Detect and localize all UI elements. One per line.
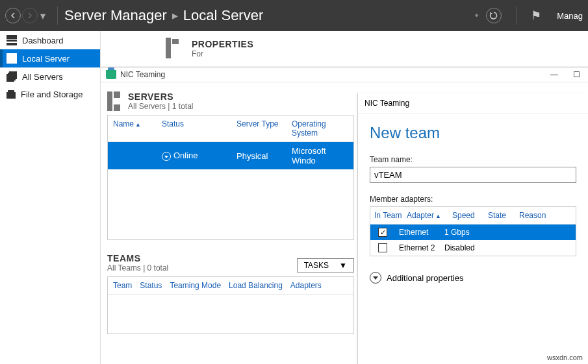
breadcrumb-current[interactable]: Local Server [183, 7, 264, 24]
minimize-button[interactable]: — [548, 70, 561, 79]
nic-teaming-window: NIC Teaming — ☐ SERVERS All Servers | 1 … [101, 67, 588, 364]
nav-history-dropdown[interactable]: ▾ [40, 10, 45, 22]
refresh-button[interactable] [486, 8, 502, 23]
sidebar-item-label: Local Server [22, 54, 70, 64]
servers-section: SERVERS All Servers | 1 total Name▲ Stat… [107, 91, 354, 240]
breadcrumb: Server Manager ▸ Local Server [64, 7, 475, 24]
dashboard-icon [6, 35, 17, 45]
team-name-input[interactable] [370, 167, 576, 183]
window-titlebar: NIC Teaming — ☐ [101, 67, 588, 82]
nic-teaming-icon [106, 70, 116, 79]
maximize-button[interactable]: ☐ [570, 70, 583, 79]
app-header: ▾ Server Manager ▸ Local Server • ⚑ Mana… [0, 0, 588, 31]
divider [57, 6, 58, 25]
cell-adapter-name: Ethernet 2 [399, 243, 444, 252]
servers-section-icon [107, 91, 121, 111]
properties-icon [166, 38, 179, 58]
nav-forward-button[interactable] [22, 8, 38, 23]
cell-adapter-name: Ethernet [399, 228, 444, 237]
servers-subtitle: All Servers | 1 total [128, 102, 194, 111]
col-reason[interactable]: Reason [519, 211, 572, 220]
col-state[interactable]: State [488, 211, 519, 220]
sidebar-item-dashboard[interactable]: Dashboard [0, 31, 100, 49]
col-in-team[interactable]: In Team [374, 211, 407, 220]
server-icon [6, 53, 17, 64]
adapter-checkbox[interactable] [378, 243, 387, 252]
team-name-label: Team name: [370, 155, 576, 164]
col-speed[interactable]: Speed [452, 211, 488, 220]
flag-icon[interactable]: ⚑ [531, 8, 541, 23]
teams-table: Team Status Teaming Mode Load Balancing … [107, 276, 354, 334]
sidebar-item-label: All Servers [22, 72, 63, 82]
col-status[interactable]: Status [140, 281, 162, 290]
adapter-row[interactable]: Ethernet 1 Gbps [370, 224, 576, 240]
cell-adapter-speed: Disabled [444, 243, 490, 252]
nav-back-button[interactable] [5, 8, 21, 23]
server-row[interactable]: Online Physical Microsoft Windo [108, 142, 353, 169]
col-team[interactable]: Team [113, 281, 132, 290]
properties-panel: PROPERTIES For [101, 31, 588, 67]
manage-menu[interactable]: Manag [557, 11, 583, 21]
col-name[interactable]: Name▲ [113, 119, 162, 138]
cell-os: Microsoft Windo [292, 146, 348, 165]
col-teaming-mode[interactable]: Teaming Mode [170, 281, 221, 290]
member-adapters-label: Member adapters: [370, 195, 576, 204]
breadcrumb-root[interactable]: Server Manager [64, 7, 167, 24]
sidebar-item-file-storage[interactable]: File and Storage [0, 86, 100, 103]
adapters-table: In Team Adapter▲ Speed State Reason Ethe… [370, 206, 576, 256]
sidebar-item-all-servers[interactable]: All Servers [0, 67, 100, 86]
sidebar-item-local-server[interactable]: Local Server [0, 49, 100, 67]
divider [516, 6, 517, 25]
adapter-checkbox[interactable] [378, 228, 387, 237]
tasks-dropdown[interactable]: TASKS▼ [297, 258, 354, 273]
properties-subtitle: For [192, 49, 253, 58]
adapter-row[interactable]: Ethernet 2 Disabled [370, 240, 576, 256]
online-icon [162, 152, 171, 161]
cell-adapter-speed: 1 Gbps [444, 228, 490, 237]
col-adapter[interactable]: Adapter▲ [407, 211, 452, 220]
col-server-type[interactable]: Server Type [236, 119, 292, 138]
teams-subtitle: All Teams | 0 total [107, 263, 168, 273]
sidebar-item-label: Dashboard [22, 36, 64, 45]
col-status[interactable]: Status [162, 119, 236, 138]
header-actions: • ⚑ Manag [475, 6, 583, 25]
servers-table: Name▲ Status Server Type Operating Syste… [107, 115, 354, 240]
expand-icon [370, 272, 381, 284]
teams-title: TEAMS [107, 253, 168, 263]
bullet-icon: • [475, 10, 479, 21]
col-adapters[interactable]: Adapters [290, 281, 322, 290]
sidebar-item-label: File and Storage [21, 90, 83, 99]
storage-icon [6, 92, 16, 99]
dialog-heading: New team [370, 124, 576, 142]
sidebar: Dashboard Local Server All Servers File … [0, 31, 101, 364]
col-load-balancing[interactable]: Load Balancing [229, 281, 283, 290]
servers-icon [6, 74, 14, 82]
teams-section: TEAMS All Teams | 0 total TASKS▼ Team St… [107, 253, 354, 334]
properties-title: PROPERTIES [192, 39, 253, 49]
col-os[interactable]: Operating System [292, 119, 348, 138]
cell-type: Physical [236, 151, 292, 161]
additional-properties-toggle[interactable]: Additional properties [370, 272, 576, 284]
chevron-right-icon: ▸ [172, 8, 178, 23]
new-team-dialog: NIC Teaming New team Team name: Member a… [357, 93, 588, 364]
cell-status: Online [162, 151, 236, 162]
chevron-down-icon: ▼ [339, 261, 347, 270]
servers-title: SERVERS [128, 91, 194, 102]
dialog-titlebar: NIC Teaming [358, 93, 588, 114]
watermark: wsxdn.com [547, 354, 583, 361]
window-title: NIC Teaming [120, 70, 165, 79]
